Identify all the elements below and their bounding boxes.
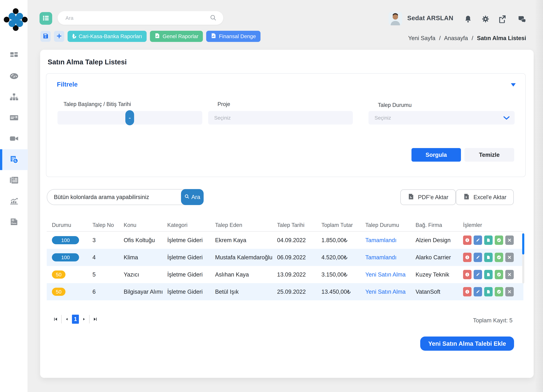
column-header: Talep Durumu [365,222,416,228]
gear-icon[interactable] [481,15,490,24]
date-range-input[interactable]: - [57,111,202,124]
cell-firma: Alarko Carrier [416,254,463,261]
quickbar: ₺ Cari-Kasa-Banka Raporları Genel Raporl… [40,31,260,42]
document-button[interactable] [484,253,493,262]
cell-talep-durumu[interactable]: Yeni Satın Alma [365,271,416,278]
remove-button[interactable] [505,287,514,297]
table-scrollbar-track[interactable] [522,232,524,283]
sidebar-item-contracts[interactable] [0,212,28,232]
pagination-divider [89,315,90,323]
temizle-button[interactable]: Temizle [464,148,514,162]
sidebar-item-gauge[interactable] [0,66,28,87]
talep-durumu-select[interactable]: Seçiniz [368,111,515,124]
tab-finansal-denge[interactable]: Finansal Denge [206,31,260,42]
breadcrumb-current: Satın Alma Listesi [477,35,526,41]
plus-icon [56,33,62,40]
edit-button[interactable] [474,270,482,279]
sidebar-item-video[interactable] [0,129,28,149]
export-pdf-button[interactable]: PDF'e Aktar [400,189,456,205]
table-header-row: DurumuTalep NoKonuKategoriTalep EdenTale… [47,219,523,232]
document-button[interactable] [484,270,493,279]
user-avatar[interactable] [389,12,402,25]
table-search-input[interactable] [47,189,204,205]
pdf-file-icon [408,193,414,202]
app-logo [4,8,26,31]
prev-page-icon[interactable] [65,317,69,321]
first-page-icon[interactable] [53,317,58,321]
info-button[interactable] [463,287,471,297]
global-search [58,11,223,25]
add-purchase-request-button[interactable]: Yeni Satın Alma Talebi Ekle [420,336,514,351]
approve-button[interactable] [495,253,503,262]
table-row: 50 6 Bilgisayar Alımı İşletme Gideri Bet… [47,283,523,300]
column-header: Kategori [167,222,215,228]
video-icon [9,134,19,144]
edit-button[interactable] [474,235,482,245]
last-page-icon[interactable] [93,317,97,321]
approve-button[interactable] [495,270,503,279]
table-scrollbar-thumb[interactable] [522,233,524,254]
document-button[interactable] [484,235,493,245]
tab-genel-raporlar[interactable]: Genel Raporlar [150,31,203,42]
breadcrumb-yeni-sayfa[interactable]: Yeni Sayfa [408,35,435,41]
menu-button[interactable] [40,12,52,25]
logo-dot [12,16,20,24]
cell-kategori: İşletme Gideri [167,289,215,295]
cell-talep-durumu[interactable]: Tamamlandı [365,237,416,243]
cell-konu: Ofis Koltuğu [124,237,167,243]
sidebar-item-sales-chart[interactable] [0,191,28,212]
sidebar-item-invoices[interactable]: ₺ [0,170,28,191]
bell-icon[interactable] [464,15,472,24]
approve-button[interactable] [495,287,503,297]
share-icon[interactable] [498,14,507,24]
remove-button[interactable] [505,235,514,245]
sorgula-button[interactable]: Sorgula [412,148,461,162]
next-page-icon[interactable] [82,317,86,321]
document-button[interactable] [484,287,493,297]
menu-list-icon [42,14,50,22]
export-excel-button[interactable]: X Excel'e Aktar [456,189,514,205]
add-tab-button[interactable] [54,31,64,42]
page-number[interactable]: 1 [72,315,79,324]
sales-chart-icon [9,196,19,206]
cell-toplam-tutar: 13.450,00₺ [322,288,365,295]
sidebar-item-bank-card[interactable] [0,108,28,129]
user-name[interactable]: Sedat ARSLAN [407,14,453,22]
remove-button[interactable] [505,253,514,262]
tab-cari-kasa-banka-raporlari[interactable]: ₺ Cari-Kasa-Banka Raporları [68,31,147,42]
edit-button[interactable] [474,253,482,262]
report-icon [211,33,216,40]
breadcrumb-anasayfa[interactable]: Anasayfa [444,35,468,41]
chat-icon[interactable] [517,15,526,24]
save-page-button[interactable] [40,31,51,42]
cell-konu: Klima [124,254,167,261]
info-button[interactable] [463,253,471,262]
proje-select[interactable]: Seçiniz [208,111,353,124]
sidebar-item-dashboard[interactable] [0,45,28,66]
approve-button[interactable] [495,235,503,245]
export-excel-label: Excel'e Aktar [474,194,506,201]
cell-talep-durumu[interactable]: Tamamlandı [365,254,416,261]
cell-talep-eden: Aslıhan Kaya [215,271,277,278]
progress-badge: 100 [52,236,79,244]
table-row: 100 4 Klima İşletme Gideri Mustafa Kalem… [47,249,523,266]
collapse-caret-icon[interactable] [511,83,516,87]
column-header: İşlemler [463,222,523,228]
cell-talep-eden: Mustafa Kalemdaroğlu [215,254,277,261]
ara-button[interactable]: Ara [181,189,204,205]
info-button[interactable] [463,270,471,279]
sidebar-item-org-chart[interactable] [0,87,28,108]
column-header: Talep No [92,222,124,228]
report-icon [154,33,160,40]
edit-button[interactable] [474,287,482,297]
export-pdf-label: PDF'e Aktar [418,194,448,201]
sidebar-item-purchase-requests[interactable]: ₺ [0,149,28,170]
info-button[interactable] [463,235,471,245]
cell-actions [463,287,523,297]
table-row: 50 5 Yazıcı İşletme Gideri Aslıhan Kaya … [47,266,523,283]
column-header: Toplam Tutar [322,222,365,228]
global-search-input[interactable] [58,15,210,21]
cell-talep-durumu[interactable]: Yeni Satın Alma [365,289,416,295]
remove-button[interactable] [505,270,514,279]
lira-icon: ₺ [72,33,76,40]
